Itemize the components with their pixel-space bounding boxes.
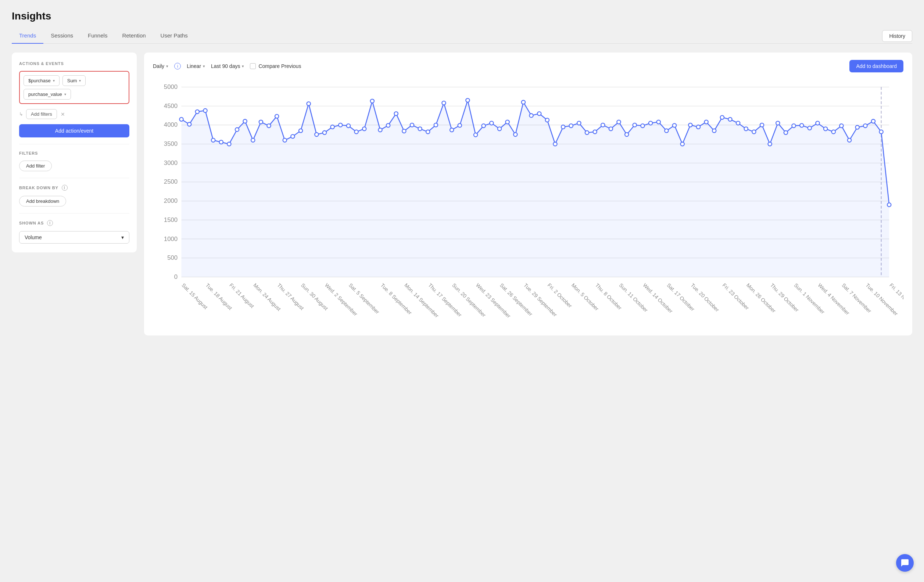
svg-point-72: [330, 125, 334, 129]
svg-point-124: [744, 127, 748, 130]
tab-retention[interactable]: Retention: [115, 29, 153, 44]
svg-point-76: [362, 127, 366, 130]
event-name-dropdown[interactable]: $purchase ▾: [23, 75, 59, 86]
svg-point-95: [513, 133, 517, 136]
svg-point-107: [609, 127, 613, 130]
date-range-dropdown[interactable]: Last 90 days ▾: [211, 63, 244, 69]
svg-point-115: [673, 124, 676, 127]
compare-checkbox[interactable]: [250, 63, 256, 69]
svg-point-77: [370, 99, 374, 103]
svg-point-93: [498, 127, 501, 130]
svg-point-118: [696, 125, 700, 129]
svg-point-75: [354, 130, 358, 134]
property-dropdown[interactable]: purchase_value ▾: [23, 89, 71, 100]
svg-point-57: [211, 138, 215, 142]
event-selector-box: $purchase ▾ Sum ▾ purchase_value ▾: [19, 71, 129, 104]
shown-as-select[interactable]: Volume ▾: [19, 231, 129, 244]
svg-point-108: [617, 120, 620, 124]
close-filter-button[interactable]: ✕: [60, 110, 66, 118]
top-nav: Trends Sessions Funnels Retention User P…: [12, 29, 912, 44]
nav-tabs: Trends Sessions Funnels Retention User P…: [12, 29, 195, 43]
svg-text:Fri. 21 August: Fri. 21 August: [228, 282, 255, 309]
svg-point-80: [394, 112, 398, 115]
chart-panel: Daily ▾ i Linear ▾ Last 90 days ▾ Compar…: [144, 53, 912, 335]
svg-point-119: [704, 120, 708, 124]
svg-point-134: [824, 127, 827, 130]
svg-point-105: [593, 130, 597, 134]
svg-text:Fri. 2 October: Fri. 2 October: [546, 282, 573, 309]
svg-point-87: [450, 128, 454, 132]
svg-point-129: [784, 131, 788, 135]
svg-point-137: [848, 138, 851, 142]
svg-point-59: [227, 142, 231, 146]
chat-bubble-button[interactable]: [896, 554, 914, 572]
svg-point-94: [505, 120, 509, 124]
svg-point-127: [768, 142, 772, 146]
breakdown-title: BREAK DOWN BY i: [19, 185, 129, 191]
svg-point-67: [291, 135, 294, 138]
shown-as-info-icon[interactable]: i: [47, 220, 53, 226]
svg-point-130: [792, 124, 795, 127]
svg-point-100: [553, 142, 557, 146]
trend-chart: 0500100015002000250030003500400045005000…: [153, 77, 903, 334]
tab-funnels[interactable]: Funnels: [81, 29, 115, 44]
svg-point-79: [386, 124, 390, 127]
compare-previous-toggle[interactable]: Compare Previous: [250, 63, 301, 69]
svg-point-99: [545, 118, 549, 122]
svg-point-141: [879, 130, 883, 134]
filters-title: FILTERS: [19, 151, 129, 155]
chat-icon: [901, 559, 909, 567]
svg-point-53: [179, 117, 183, 121]
linear-dropdown[interactable]: Linear ▾: [187, 63, 205, 69]
svg-point-60: [235, 127, 239, 131]
svg-text:500: 500: [167, 254, 178, 261]
svg-point-128: [776, 121, 780, 125]
tab-sessions[interactable]: Sessions: [43, 29, 81, 44]
add-breakdown-button[interactable]: Add breakdown: [19, 196, 66, 206]
svg-point-71: [323, 131, 327, 135]
add-filters-button[interactable]: Add filters: [26, 109, 57, 119]
svg-point-55: [196, 110, 199, 114]
svg-point-120: [712, 129, 716, 133]
actions-events-title: ACTIONS & EVENTS: [19, 61, 129, 66]
shown-as-title: SHOWN AS i: [19, 220, 129, 226]
svg-point-74: [346, 124, 350, 127]
tab-userpaths[interactable]: User Paths: [153, 29, 195, 44]
chevron-down-icon: ▾: [242, 64, 244, 69]
svg-point-89: [466, 99, 469, 102]
divider3: [19, 213, 129, 213]
tab-trends[interactable]: Trends: [12, 29, 43, 44]
svg-text:2000: 2000: [164, 197, 178, 204]
svg-text:3000: 3000: [164, 160, 178, 167]
filter-row: ↳ Add filters ✕: [19, 109, 129, 119]
svg-point-92: [490, 121, 493, 125]
svg-point-109: [625, 133, 629, 136]
daily-dropdown[interactable]: Daily ▾: [153, 63, 168, 69]
svg-point-97: [529, 114, 533, 117]
history-button[interactable]: History: [882, 30, 912, 42]
svg-point-106: [601, 123, 605, 127]
svg-point-135: [832, 130, 835, 134]
svg-point-101: [561, 125, 565, 129]
svg-point-62: [251, 138, 255, 142]
filter-indent-icon: ↳: [19, 111, 23, 117]
add-to-dashboard-button[interactable]: Add to dashboard: [850, 60, 903, 73]
breakdown-info-icon[interactable]: i: [62, 185, 68, 191]
svg-point-113: [657, 120, 660, 124]
svg-point-54: [187, 122, 191, 126]
svg-point-117: [688, 123, 692, 127]
chart-info-icon[interactable]: i: [174, 63, 181, 69]
chevron-down-icon: ▾: [53, 79, 55, 82]
chevron-down-icon: ▾: [121, 234, 124, 240]
aggregate-dropdown[interactable]: Sum ▾: [63, 75, 86, 86]
svg-point-138: [856, 125, 859, 129]
svg-point-122: [728, 117, 732, 121]
chevron-down-icon: ▾: [166, 64, 168, 69]
svg-point-83: [418, 127, 422, 130]
add-filter-button[interactable]: Add filter: [19, 161, 52, 171]
svg-point-111: [641, 124, 644, 127]
svg-point-104: [585, 131, 589, 135]
svg-point-73: [338, 123, 342, 127]
add-action-button[interactable]: Add action/event: [19, 124, 129, 137]
svg-point-110: [633, 123, 637, 127]
